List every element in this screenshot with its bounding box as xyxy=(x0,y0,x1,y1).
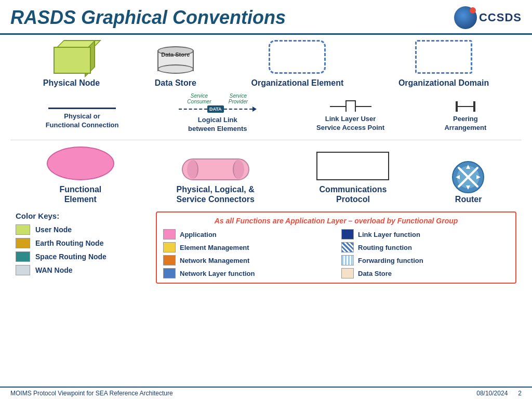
physical-node-icon xyxy=(48,40,95,74)
wan-node-label: WAN Node xyxy=(35,266,73,274)
forwarding-label: Forwarding function xyxy=(358,257,423,264)
ll-line: DATA xyxy=(179,105,257,113)
func-left-col: Application Element Management Network M… xyxy=(163,229,331,278)
data-store-func-label: Data Store xyxy=(358,270,392,277)
func-data-store: Data Store xyxy=(341,268,509,278)
physical-node-item: Physical Node xyxy=(43,40,100,88)
space-routing-swatch xyxy=(16,251,30,262)
footer-left: MOIMS Protocol Viewpoint for SEA Referen… xyxy=(10,390,173,397)
element-mgmt-label: Element Management xyxy=(180,244,249,251)
color-keys-title: Color Keys: xyxy=(16,211,151,220)
peer-v-top-right xyxy=(474,101,475,107)
comms-protocol-label: CommunicationsProtocol xyxy=(320,184,387,204)
func-right-col: Link Layer function Routing function For… xyxy=(341,229,509,278)
routing-swatch xyxy=(341,242,354,252)
functions-title: As all Functions are Application Layer –… xyxy=(163,217,509,225)
connectors-item: Physical, Logical, &Service Connectors xyxy=(177,158,255,204)
peer-v-bot-right xyxy=(474,107,475,112)
sap-h-right xyxy=(356,106,371,107)
ll-dashed-left xyxy=(179,109,207,110)
comms-protocol-icon xyxy=(316,152,389,180)
org-domain-label: Organizational Domain xyxy=(398,78,489,88)
org-element-item: Organizational Element xyxy=(251,40,343,88)
logical-link-symbol: Service Consumer Service Provider DATA xyxy=(179,93,257,113)
earth-routing-label: Earth Routing Node xyxy=(35,239,103,247)
ll-data-badge: DATA xyxy=(207,105,224,113)
router-label: Router xyxy=(455,194,482,204)
router-icon xyxy=(451,161,485,194)
peering-symbol xyxy=(456,101,475,112)
connections-row: Physical orFunctional Connection Service… xyxy=(10,93,522,140)
ds-inside-label: Data Store xyxy=(157,51,194,58)
sap-v-container xyxy=(345,101,356,112)
org-domain-icon xyxy=(415,40,472,74)
ll-labels: Service Consumer Service Provider xyxy=(179,93,257,104)
routing-label: Routing function xyxy=(358,244,412,251)
network-mgmt-swatch xyxy=(163,255,176,265)
data-store-item: Data Store Data Store xyxy=(155,45,196,88)
physical-node-label: Physical Node xyxy=(43,78,100,88)
functional-element-label: FunctionalElement xyxy=(59,184,101,204)
key-user-node: User Node xyxy=(16,224,151,235)
func-network-mgmt: Network Management xyxy=(163,255,331,265)
ll-dashed-right xyxy=(224,109,252,110)
comms-protocol-item: CommunicationsProtocol xyxy=(316,152,389,204)
logical-link-label: Logical Linkbetween Elements xyxy=(188,116,247,134)
connector-cyl-container xyxy=(182,158,249,180)
peering-label: PeeringArrangement xyxy=(444,115,486,132)
data-store-label: Data Store xyxy=(155,78,196,88)
footer: MOIMS Protocol Viewpoint for SEA Referen… xyxy=(0,387,532,399)
logo-circle-icon xyxy=(454,6,477,29)
forwarding-swatch xyxy=(341,255,354,265)
functions-box: As all Functions are Application Layer –… xyxy=(156,211,516,284)
link-layer-label: Link Layer function xyxy=(358,231,420,238)
space-routing-label: Space Routing Node xyxy=(35,252,107,261)
network-mgmt-label: Network Management xyxy=(180,257,249,264)
data-store-func-swatch xyxy=(341,268,354,278)
functional-element-item: FunctionalElement xyxy=(47,147,114,204)
symbols-row-bottom: FunctionalElement Physical, Logical, &Se… xyxy=(10,147,522,204)
physical-connection-line xyxy=(48,108,116,109)
router-item: Router xyxy=(451,161,485,204)
footer-date: 08/10/2024 xyxy=(476,390,508,397)
application-label: Application xyxy=(180,231,217,238)
func-element-mgmt: Element Management xyxy=(163,242,331,252)
logo: CCSDS xyxy=(454,6,522,29)
page-title: RASDS Graphical Conventions xyxy=(10,7,286,29)
func-application: Application xyxy=(163,229,331,240)
data-store-icon: Data Store xyxy=(157,45,194,74)
connectors-label: Physical, Logical, &Service Connectors xyxy=(177,184,255,204)
color-keys: Color Keys: User Node Earth Routing Node… xyxy=(16,211,151,284)
pn-front-face xyxy=(54,47,91,74)
org-element-icon xyxy=(269,40,326,74)
sap-cross xyxy=(345,101,356,112)
user-node-label: User Node xyxy=(35,225,72,234)
link-layer-sap-item: Link Layer UserService Access Point xyxy=(316,94,384,132)
logo-text: CCSDS xyxy=(479,11,522,24)
sap-v-left xyxy=(345,101,347,112)
physical-connection-label: Physical orFunctional Connection xyxy=(46,112,119,130)
symbols-row-top: Physical Node Data Store Data Store Orga… xyxy=(10,40,522,88)
physical-connection-item: Physical orFunctional Connection xyxy=(46,97,119,130)
user-node-swatch xyxy=(16,224,30,235)
wan-node-swatch xyxy=(16,265,30,275)
footer-right: 08/10/2024 2 xyxy=(476,390,522,397)
func-link-layer: Link Layer function xyxy=(341,229,509,240)
peering-item: PeeringArrangement xyxy=(444,94,486,132)
peer-h-line xyxy=(458,106,473,107)
service-provider-label: Service Provider xyxy=(220,93,257,104)
data-store-symbol: Data Store xyxy=(157,45,194,74)
key-wan-node: WAN Node xyxy=(16,265,151,275)
header: RASDS Graphical Conventions CCSDS xyxy=(0,0,532,35)
logical-link-item: Service Consumer Service Provider DATA L… xyxy=(179,93,257,134)
network-layer-swatch xyxy=(163,268,176,278)
functional-element-icon xyxy=(47,147,114,180)
functions-grid: Application Element Management Network M… xyxy=(163,229,509,278)
link-layer-sap-symbol xyxy=(330,101,371,112)
ds-bottom xyxy=(157,64,194,74)
sap-h-left xyxy=(330,106,345,107)
element-mgmt-swatch xyxy=(163,242,176,252)
ll-arrow-icon xyxy=(252,107,257,112)
key-earth-routing: Earth Routing Node xyxy=(16,238,151,248)
network-layer-label: Network Layer function xyxy=(180,270,255,277)
